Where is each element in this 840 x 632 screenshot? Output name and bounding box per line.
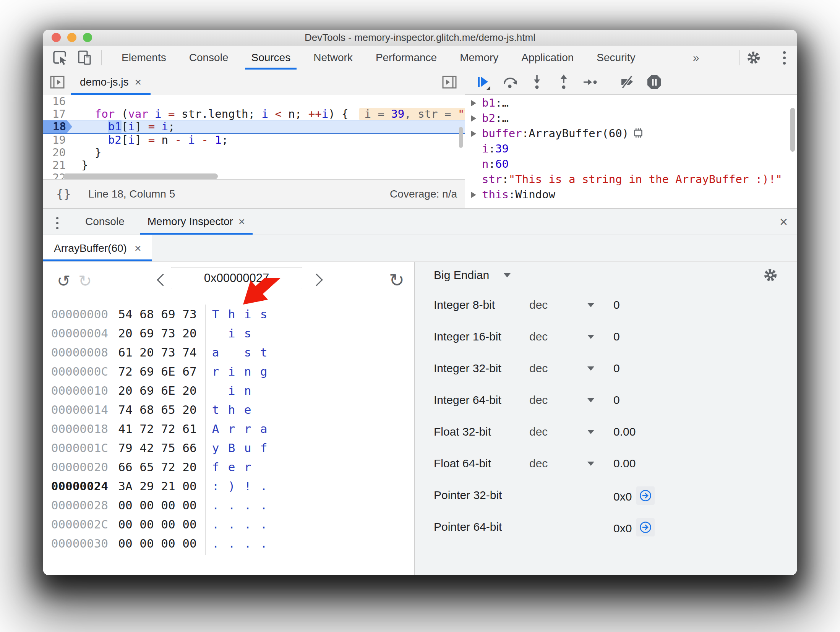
ascii-char[interactable]: . xyxy=(243,515,252,534)
ascii-char[interactable]: . xyxy=(227,515,236,534)
hex-byte[interactable]: 73 xyxy=(182,305,197,324)
drawer-close-icon[interactable]: × xyxy=(780,214,788,230)
chevron-down-icon[interactable] xyxy=(587,398,594,402)
step-out-icon[interactable] xyxy=(555,74,572,91)
horizontal-scrollbar[interactable] xyxy=(63,173,218,179)
scope-row-this[interactable]: this: Window xyxy=(465,187,797,202)
tab-performance[interactable]: Performance xyxy=(364,45,448,70)
vertical-scrollbar[interactable] xyxy=(459,127,463,148)
value-mode-select[interactable]: dec xyxy=(529,394,548,407)
hex-row-0000001C[interactable]: 0000001C79427566yBuf xyxy=(43,438,414,457)
interpreter-settings-gear-icon[interactable] xyxy=(762,267,778,285)
ascii-char[interactable]: n xyxy=(243,362,252,381)
tab-console[interactable]: Console xyxy=(178,45,240,70)
drawer-menu-kebab-icon[interactable] xyxy=(56,214,58,232)
refresh-icon[interactable]: ↻ xyxy=(389,269,404,291)
ascii-char[interactable]: ! xyxy=(243,476,252,496)
show-navigator-icon[interactable] xyxy=(49,74,65,90)
step-icon[interactable] xyxy=(582,74,599,91)
jump-to-pointer-button[interactable] xyxy=(636,486,655,505)
ascii-char[interactable]: a xyxy=(259,419,268,438)
line-number[interactable]: 20 xyxy=(43,146,72,159)
code-line-18[interactable]: 18 b1[i] = i; xyxy=(43,120,465,134)
expand-triangle-icon[interactable] xyxy=(471,192,476,198)
address-input[interactable] xyxy=(171,267,302,289)
value-mode-select[interactable]: dec xyxy=(529,425,548,438)
hex-byte[interactable]: 54 xyxy=(118,305,133,324)
tab-sources[interactable]: Sources xyxy=(240,45,302,70)
scope-row-n[interactable]: n: 60 xyxy=(465,156,797,172)
hex-row-00000010[interactable]: 0000001020696E20 in xyxy=(43,381,414,400)
hex-byte[interactable]: 69 xyxy=(161,305,175,324)
ascii-char[interactable]: t xyxy=(259,343,268,362)
settings-gear-icon[interactable] xyxy=(746,50,762,66)
ascii-char[interactable]: . xyxy=(211,534,220,553)
ascii-char[interactable]: t xyxy=(211,400,220,419)
chevron-down-icon[interactable] xyxy=(587,462,594,466)
hex-byte[interactable]: 21 xyxy=(161,476,175,496)
expand-triangle-icon[interactable] xyxy=(471,100,476,106)
hex-byte[interactable]: 72 xyxy=(139,419,154,438)
hex-byte[interactable]: 72 xyxy=(161,457,175,476)
hex-row-00000004[interactable]: 0000000420697320 is xyxy=(43,324,414,343)
code-line-17[interactable]: 17 for (var i = str.length; i < n; ++i) … xyxy=(43,108,465,120)
hex-byte[interactable]: 3A xyxy=(118,476,133,496)
tab-memory[interactable]: Memory xyxy=(448,45,510,70)
drawer-tab-close-icon[interactable]: × xyxy=(238,215,245,228)
hex-byte[interactable]: 20 xyxy=(139,343,154,362)
line-number[interactable]: 16 xyxy=(43,95,72,108)
scope-row-str[interactable]: str: "This is a string in the ArrayBuffe… xyxy=(465,172,797,187)
ascii-char[interactable]: . xyxy=(259,496,268,515)
hex-byte[interactable]: 00 xyxy=(118,496,133,515)
code-line-20[interactable]: 20 } xyxy=(43,146,465,159)
hex-row-00000000[interactable]: 0000000054686973This xyxy=(43,305,414,324)
ascii-char[interactable]: a xyxy=(211,343,220,362)
ascii-char[interactable]: i xyxy=(227,362,236,381)
ascii-char[interactable]: i xyxy=(227,324,236,343)
tab-network[interactable]: Network xyxy=(302,45,364,70)
chevron-down-icon[interactable] xyxy=(587,366,594,371)
hex-byte[interactable]: 68 xyxy=(139,400,154,419)
ascii-char[interactable]: . xyxy=(259,476,268,496)
hex-byte[interactable]: 6E xyxy=(161,362,175,381)
hex-byte[interactable]: 61 xyxy=(118,343,133,362)
undo-icon[interactable]: ↺ xyxy=(57,272,70,290)
tab-application[interactable]: Application xyxy=(510,45,585,70)
ascii-char[interactable] xyxy=(211,381,220,400)
hex-byte[interactable]: 74 xyxy=(118,400,133,419)
hex-byte[interactable]: 00 xyxy=(182,496,197,515)
code-line-21[interactable]: 21} xyxy=(43,159,465,172)
jump-to-pointer-button[interactable] xyxy=(636,518,655,536)
scope-row-buffer[interactable]: buffer: ArrayBuffer(60) xyxy=(465,126,797,141)
ascii-char[interactable]: y xyxy=(211,438,220,457)
code-editor[interactable]: 1617 for (var i = str.length; i < n; ++i… xyxy=(43,95,465,179)
hex-dump[interactable]: 0000000054686973This0000000420697320 is … xyxy=(43,305,414,553)
ascii-char[interactable]: u xyxy=(243,438,252,457)
value-mode-select[interactable]: dec xyxy=(529,298,548,311)
hex-byte[interactable]: 72 xyxy=(118,362,133,381)
hex-byte[interactable]: 00 xyxy=(161,534,175,553)
hex-byte[interactable]: 79 xyxy=(118,438,133,457)
ascii-char[interactable]: r xyxy=(211,362,220,381)
ascii-char[interactable]: g xyxy=(259,362,268,381)
hex-byte[interactable]: 73 xyxy=(161,324,175,343)
hex-byte[interactable]: 74 xyxy=(182,343,197,362)
hex-byte[interactable]: 72 xyxy=(161,419,175,438)
hex-byte[interactable]: 67 xyxy=(182,362,197,381)
code-line-19[interactable]: 19 b2[i] = n - i - 1; xyxy=(43,134,465,146)
hex-byte[interactable]: 00 xyxy=(139,496,154,515)
line-number[interactable]: 21 xyxy=(43,159,72,172)
ascii-char[interactable] xyxy=(259,324,268,343)
file-tab-demo-js[interactable]: demo-js.js × xyxy=(71,70,151,95)
ascii-char[interactable]: ) xyxy=(227,476,236,496)
ascii-char[interactable]: h xyxy=(227,400,236,419)
code-line-16[interactable]: 16 xyxy=(43,95,465,108)
ascii-char[interactable]: . xyxy=(211,496,220,515)
hex-byte[interactable]: 75 xyxy=(161,438,175,457)
deactivate-breakpoints-icon[interactable] xyxy=(619,74,636,91)
hex-byte[interactable]: 00 xyxy=(118,534,133,553)
value-mode-select[interactable]: dec xyxy=(529,330,548,343)
ascii-char[interactable] xyxy=(227,343,236,362)
endianness-select[interactable]: Big Endian xyxy=(434,269,511,282)
next-page-icon[interactable] xyxy=(310,274,323,286)
